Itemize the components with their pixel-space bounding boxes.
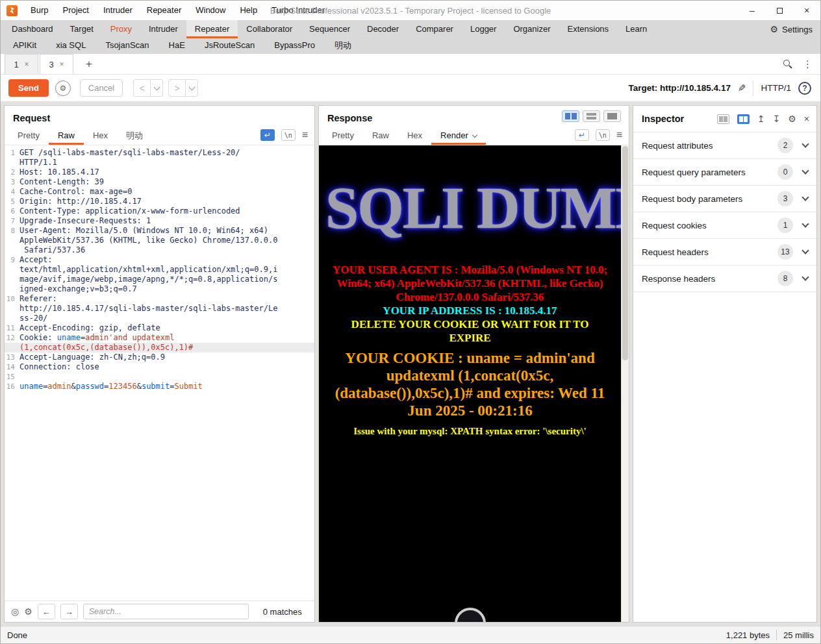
request-view-tab[interactable]: Pretty [8,126,49,145]
content-area: Request PrettyRawHex明动 ↵ \n ≡ 1GET /sqli… [1,101,820,626]
menu-item[interactable]: Project [55,1,95,20]
menu-item[interactable]: Help [233,1,264,20]
soft-wrap-icon[interactable]: ↵ [260,129,275,141]
chevron-down-icon [802,247,809,254]
main-tab[interactable]: Sequencer [301,20,359,38]
inspector-settings-icon[interactable]: ⚙ [788,114,796,124]
response-tab-list: PrettyRawHexRender [323,126,486,145]
extension-tab[interactable]: 明动 [325,38,361,54]
maximize-button[interactable] [766,1,793,20]
settings-button[interactable]: ⚙ Settings [762,20,820,38]
main-tab[interactable]: Organizer [505,20,559,38]
menu-item[interactable]: Burp [23,1,55,20]
inspector-section[interactable]: Request headers 13 [633,239,816,266]
mysql-error-text: Issue with your mysql: XPATH syntax erro… [319,425,621,438]
add-tab-button[interactable]: + [81,58,97,71]
close-tab-icon[interactable]: × [25,60,29,69]
main-tab[interactable]: Extensions [559,20,618,38]
main-tab[interactable]: Comparer [407,20,462,38]
inspector-section[interactable]: Request attributes 2 [633,132,816,159]
response-scrollbar[interactable] [621,145,629,622]
extension-tab[interactable]: JsRouteScan [195,38,264,54]
request-editor[interactable]: 1GET /sqli-labs-master/sqli-labs-master/… [5,145,314,601]
main-tab[interactable]: Decoder [359,20,407,38]
layout-columns-button[interactable] [562,110,579,122]
back-dropdown[interactable] [151,79,163,97]
close-tab-icon[interactable]: × [60,60,64,69]
repeater-tab-list: 1 × 3 × [5,54,75,74]
repeater-tab[interactable]: 1 × [5,54,38,74]
scrollbar-thumb[interactable] [622,146,628,360]
extension-tab[interactable]: xia SQL [46,38,95,54]
collapse-all-icon[interactable]: ↥ [757,114,765,124]
editor-menu-icon[interactable]: ≡ [302,129,308,141]
editor-menu-icon[interactable]: ≡ [616,129,622,141]
main-tab[interactable]: Learn [617,20,655,38]
dock-right-icon[interactable] [737,114,750,124]
inspector-section[interactable]: Request query parameters 0 [633,159,816,186]
settings-label: Settings [782,25,813,34]
search-settings-icon[interactable]: ⚙ [24,606,32,617]
response-view-tab[interactable]: Hex [398,126,431,145]
main-tab[interactable]: Proxy [102,20,140,38]
inspector-section[interactable]: Request cookies 1 [633,212,816,239]
layout-single-button[interactable] [603,110,621,122]
find-previous-button[interactable]: ← [38,604,55,619]
menu-item[interactable]: Window [188,1,233,20]
forward-button[interactable]: > [168,79,186,97]
request-view-tabs: PrettyRawHex明动 ↵ \n ≡ [5,125,314,145]
divider [753,80,753,96]
http-version-selector[interactable]: HTTP/1 [761,83,791,93]
forward-dropdown[interactable] [186,79,198,97]
menu-item[interactable]: Intruder [96,1,140,20]
extension-tab[interactable]: APIKit [3,38,46,54]
main-tab[interactable]: Intruder [140,20,186,38]
show-newlines-icon[interactable]: \n [281,129,296,141]
response-view-tab[interactable]: Raw [363,126,398,145]
main-tab[interactable]: Target [62,20,102,38]
main-tab[interactable]: Logger [462,20,505,38]
edit-target-icon[interactable]: ✎ [738,82,746,94]
target-label: Target: http://10.185.4.17 [629,83,731,93]
history-forward-group: > [168,79,198,97]
inspector-section-label: Request attributes [642,141,713,151]
expand-all-icon[interactable]: ↧ [773,114,781,124]
request-view-tab[interactable]: Raw [49,126,84,145]
maximize-icon [777,8,783,14]
send-button[interactable]: Send [8,79,49,97]
extension-tab[interactable]: BypassPro [264,38,325,54]
inspector-section[interactable]: Request body parameters 3 [633,186,816,212]
request-panel: Request PrettyRawHex明动 ↵ \n ≡ 1GET /sqli… [4,105,315,623]
extension-tab[interactable]: HaE [159,38,195,54]
repeater-tab[interactable]: 3 × [40,54,73,74]
count-badge: 1 [777,217,793,233]
response-view-tab[interactable]: Render [431,126,486,145]
main-tab[interactable]: Collaborator [238,20,301,38]
request-view-tab[interactable]: Hex [84,126,117,145]
cancel-button[interactable]: Cancel [80,79,123,97]
search-icon[interactable] [783,59,792,69]
search-scope-icon[interactable]: ◎ [11,606,19,617]
menu-item[interactable]: Repeater [140,1,188,20]
main-tab[interactable]: Dashboard [3,20,62,38]
minimize-button[interactable]: – [739,1,766,20]
find-next-button[interactable]: → [60,604,78,619]
back-button[interactable]: < [133,79,151,97]
soft-wrap-icon[interactable]: ↵ [575,129,589,141]
inspector-section[interactable]: Response headers 8 [633,266,816,292]
extension-tab[interactable]: TsojanScan [95,38,158,54]
show-newlines-icon[interactable]: \n [596,129,610,141]
request-view-tab[interactable]: 明动 [117,126,152,145]
request-settings-button[interactable]: ⚙ [55,80,71,96]
close-inspector-icon[interactable]: × [804,114,809,124]
chevron-down-icon [802,167,809,174]
response-view-tab[interactable]: Pretty [323,126,363,145]
search-input[interactable] [83,604,249,619]
close-button[interactable]: × [793,1,820,20]
main-tab[interactable]: Repeater [186,20,238,38]
chevron-down-icon [802,140,809,147]
dock-left-icon[interactable] [717,114,729,124]
more-options-icon[interactable]: ⋮ [803,58,813,70]
help-icon[interactable]: ? [798,82,811,95]
layout-rows-button[interactable] [583,110,600,122]
